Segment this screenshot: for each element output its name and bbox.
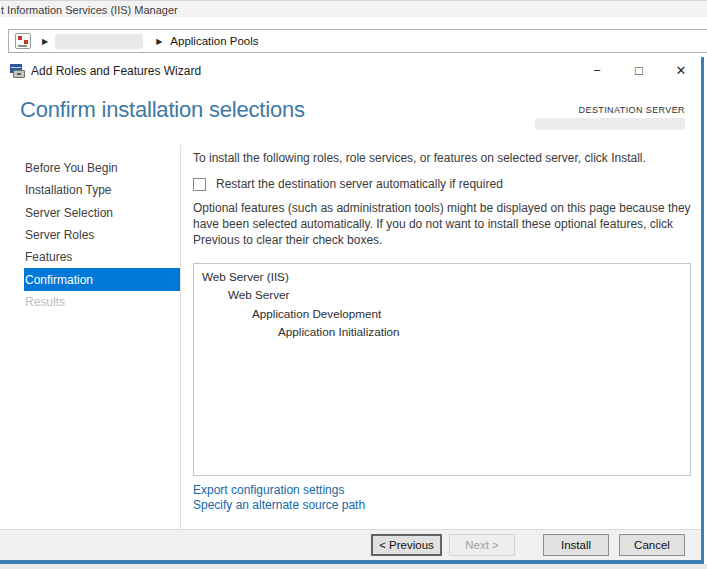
page-title: Confirm installation selections	[20, 97, 305, 123]
breadcrumb-server-name-redacted[interactable]	[55, 34, 143, 49]
chevron-right-icon[interactable]: ▶	[42, 37, 48, 46]
next-button: Next >	[449, 534, 515, 556]
nav-item-server-selection[interactable]: Server Selection	[24, 202, 180, 224]
destination-server-name-redacted	[535, 118, 685, 130]
tree-item-web-server: Web Server	[194, 286, 690, 305]
intro-text: To install the following roles, role ser…	[193, 151, 691, 166]
minimize-icon[interactable]: −	[590, 63, 604, 79]
iis-window-titlebar: t Information Services (IIS) Manager	[0, 0, 707, 17]
breadcrumb: ▶ ▶ Application Pools	[8, 29, 707, 53]
wizard-app-icon	[10, 64, 25, 78]
breadcrumb-item-application-pools[interactable]: Application Pools	[170, 35, 258, 47]
nav-item-before-you-begin[interactable]: Before You Begin	[24, 157, 180, 179]
install-button[interactable]: Install	[543, 534, 609, 556]
tree-item-web-server-iis: Web Server (IIS)	[194, 268, 690, 287]
wizard-footer: < Previous Next > Install Cancel	[0, 529, 701, 560]
alternate-source-path-link[interactable]: Specify an alternate source path	[193, 498, 691, 514]
restart-server-checkbox[interactable]	[193, 178, 206, 191]
selected-features-list[interactable]: Web Server (IIS) Web Server Application …	[193, 263, 691, 476]
nav-item-installation-type[interactable]: Installation Type	[24, 179, 180, 201]
previous-button[interactable]: < Previous	[371, 534, 442, 556]
nav-item-server-roles[interactable]: Server Roles	[24, 224, 180, 246]
confirmation-content: To install the following roles, role ser…	[193, 148, 691, 514]
wizard-titlebar: Add Roles and Features Wizard − □ ✕	[0, 57, 701, 85]
chevron-right-icon[interactable]: ▶	[156, 37, 162, 46]
wizard-title: Add Roles and Features Wizard	[31, 64, 201, 78]
optional-features-note: Optional features (such as administratio…	[193, 200, 691, 249]
nav-item-confirmation[interactable]: Confirmation	[24, 268, 180, 290]
nav-item-features[interactable]: Features	[24, 246, 180, 268]
wizard-step-nav: Before You Begin Installation Type Serve…	[0, 157, 180, 313]
export-configuration-link[interactable]: Export configuration settings	[193, 483, 691, 499]
nav-content-divider	[180, 145, 181, 529]
add-roles-features-wizard-window: Add Roles and Features Wizard − □ ✕ Conf…	[0, 57, 704, 564]
tree-item-application-initialization: Application Initialization	[194, 323, 690, 342]
nav-item-results: Results	[24, 291, 180, 313]
cancel-button[interactable]: Cancel	[619, 534, 685, 556]
close-icon[interactable]: ✕	[674, 63, 688, 79]
iis-site-icon[interactable]	[15, 33, 31, 49]
restart-server-checkbox-label[interactable]: Restart the destination server automatic…	[216, 177, 503, 191]
iis-window-title: t Information Services (IIS) Manager	[1, 4, 178, 16]
maximize-icon[interactable]: □	[632, 63, 646, 79]
destination-server-label: DESTINATION SERVER	[579, 105, 685, 115]
tree-item-application-development: Application Development	[194, 305, 690, 324]
background-strip	[0, 564, 707, 569]
